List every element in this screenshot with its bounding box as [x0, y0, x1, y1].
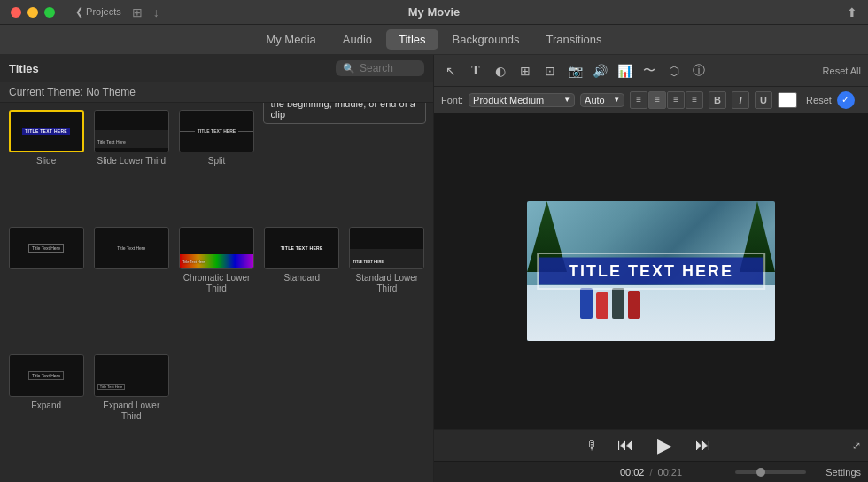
share-icon[interactable]: ⬆: [847, 4, 857, 20]
back-button[interactable]: ❮ Projects: [75, 6, 121, 18]
title-label-split: Split: [208, 156, 225, 167]
title-label-slide-lower: Slide Lower Third: [97, 156, 166, 167]
tooltip-area: Drag the title to the movie, or to the b…: [263, 110, 426, 220]
wave-tool-icon[interactable]: 〜: [639, 61, 659, 81]
drag-tooltip: Drag the title to the movie, or to the b…: [263, 103, 426, 124]
title-thumb-expand3[interactable]: Title Text Here: [9, 354, 84, 397]
tab-backgrounds[interactable]: Backgrounds: [440, 29, 532, 50]
title-label-standard: Standard: [283, 273, 320, 284]
rewind-button[interactable]: ⏮: [613, 433, 638, 458]
play-button[interactable]: ▶: [652, 433, 677, 458]
tab-my-media[interactable]: My Media: [253, 29, 328, 50]
title-item-chromatic[interactable]: Title Text Here Chromatic Lower Third: [177, 227, 255, 347]
search-icon: 🔍: [343, 63, 355, 74]
tooltip-text: Drag the title to the movie, or to the b…: [271, 103, 415, 120]
title-thumb-split[interactable]: TITLE TEXT HERE: [179, 110, 254, 152]
done-button[interactable]: ✓: [837, 91, 855, 109]
fullscreen-icon[interactable]: ⤢: [852, 439, 861, 452]
italic-button[interactable]: I: [732, 91, 749, 109]
title-thumb-expand1[interactable]: Title Text Here: [9, 227, 84, 269]
info-tool-icon[interactable]: ⓘ: [689, 61, 709, 81]
title-thumb-slide-lower[interactable]: Title Text Here: [94, 110, 169, 152]
titlebar-nav: ❮ Projects ⊞ ↓: [75, 5, 159, 19]
align-left-button[interactable]: ≡: [630, 91, 647, 109]
title-item-expand3[interactable]: Title Text Here Expand: [7, 354, 85, 475]
title-thumb-standard[interactable]: TITLE TEXT HERE: [264, 227, 339, 269]
title-thumb-chromatic[interactable]: Title Text Here: [179, 227, 254, 269]
align-center-button[interactable]: ≡: [648, 91, 666, 109]
audio-tool-icon[interactable]: 🔊: [590, 61, 609, 81]
size-dropdown[interactable]: Auto ▼: [580, 93, 624, 107]
preview-area: TITLE TEXT HERE: [434, 113, 868, 429]
font-value: Produkt Medium: [473, 95, 544, 105]
title-label-expand3: Expand: [31, 400, 61, 411]
clip-browser-icon[interactable]: ⊞: [132, 5, 143, 19]
title-overlay[interactable]: TITLE TEXT HERE: [539, 258, 763, 285]
timeline-scrubber[interactable]: [735, 470, 806, 474]
settings-button[interactable]: Settings: [825, 467, 861, 478]
add-media-icon[interactable]: ↓: [153, 5, 159, 19]
video-frame: TITLE TEXT HERE: [527, 201, 775, 341]
window-title: My Movie: [408, 5, 461, 19]
camera-tool-icon[interactable]: 📷: [565, 61, 585, 81]
text-tool-icon[interactable]: T: [466, 61, 485, 81]
scrubber-track[interactable]: [735, 470, 806, 474]
panel-title: Titles: [9, 62, 39, 75]
right-panel: ↖ T ◐ ⊞ ⊡ 📷 🔊 📊 〜 ⬡ ⓘ Reset All Font: Pr…: [434, 55, 868, 482]
format-bar: Font: Produkt Medium ▼ Auto ▼ ≡ ≡ ≡ ≡ B …: [434, 87, 868, 113]
bold-label: B: [714, 95, 721, 105]
title-item-expand2[interactable]: Title Text Here: [92, 227, 170, 347]
crop-tool-icon[interactable]: ⊡: [540, 61, 560, 81]
time-display: 00:02 / 00:21 Settings: [434, 461, 868, 482]
search-input[interactable]: [360, 62, 422, 74]
preview-title-text[interactable]: TITLE TEXT HERE: [569, 262, 733, 280]
title-thumb-expand-lower[interactable]: Title Text Here: [94, 354, 169, 397]
close-button[interactable]: [11, 7, 21, 18]
titles-grid: TITLE TEXT HERE Slide Title Text Here Sl…: [0, 103, 433, 482]
maximize-button[interactable]: [44, 7, 55, 18]
title-item-standard-lower[interactable]: TITLE TEXT HERE Standard Lower Third: [348, 227, 426, 347]
reset-button[interactable]: Reset: [806, 95, 832, 105]
minimize-button[interactable]: [27, 7, 38, 18]
title-thumb-standard-lower[interactable]: TITLE TEXT HERE: [349, 227, 424, 269]
filter-tool-icon[interactable]: ⊞: [515, 61, 535, 81]
titles-panel: Titles 🔍 Current Theme: No Theme TITLE T…: [0, 55, 434, 482]
title-item-standard[interactable]: TITLE TEXT HERE Standard: [263, 227, 341, 347]
title-label-expand-lower: Expand Lower Third: [92, 400, 170, 422]
title-item-split[interactable]: TITLE TEXT HERE Split: [177, 110, 255, 220]
title-item-slide[interactable]: TITLE TEXT HERE Slide: [7, 110, 85, 220]
dropdown-arrow-icon: ▼: [563, 96, 570, 104]
color-swatch[interactable]: [778, 92, 797, 108]
italic-label: I: [740, 95, 742, 105]
tabbar: My Media Audio Titles Backgrounds Transi…: [0, 25, 868, 55]
title-item-slide-lower[interactable]: Title Text Here Slide Lower Third: [92, 110, 170, 220]
align-justify-button[interactable]: ≡: [686, 91, 703, 109]
bold-button[interactable]: B: [709, 91, 726, 109]
current-theme-label: Current Theme: No Theme: [9, 86, 136, 98]
people-silhouettes: [580, 288, 640, 319]
tab-audio[interactable]: Audio: [330, 29, 384, 50]
action-tool-icon[interactable]: ⬡: [664, 61, 684, 81]
mic-icon[interactable]: 🎙: [586, 439, 599, 453]
search-box[interactable]: 🔍: [336, 60, 424, 76]
title-thumb-expand2[interactable]: Title Text Here: [94, 227, 169, 269]
title-item-expand-lower[interactable]: Title Text Here Expand Lower Third: [92, 354, 170, 475]
theme-bar: Current Theme: No Theme: [0, 82, 433, 103]
scrubber-thumb[interactable]: [756, 468, 765, 477]
reset-all-button[interactable]: Reset All: [823, 66, 861, 76]
tab-titles[interactable]: Titles: [386, 29, 438, 50]
title-item-expand-tooltip[interactable]: Title Text Here: [7, 227, 85, 347]
title-thumb-slide[interactable]: TITLE TEXT HERE: [9, 110, 84, 152]
toolbar-tools: ↖ T ◐ ⊞ ⊡ 📷 🔊 📊 〜 ⬡ ⓘ: [441, 61, 709, 81]
chart-tool-icon[interactable]: 📊: [615, 61, 634, 81]
top-toolbar: ↖ T ◐ ⊞ ⊡ 📷 🔊 📊 〜 ⬡ ⓘ Reset All: [434, 55, 868, 87]
font-dropdown[interactable]: Produkt Medium ▼: [469, 93, 575, 107]
align-right-button[interactable]: ≡: [667, 91, 685, 109]
underline-button[interactable]: U: [755, 91, 772, 109]
tab-transitions[interactable]: Transitions: [533, 29, 614, 50]
title-label-chromatic: Chromatic Lower Third: [177, 273, 255, 294]
time-total: 00:21: [658, 467, 683, 478]
shape-tool-icon[interactable]: ◐: [491, 61, 510, 81]
cursor-tool-icon[interactable]: ↖: [441, 61, 461, 81]
fast-forward-button[interactable]: ⏭: [691, 433, 716, 458]
